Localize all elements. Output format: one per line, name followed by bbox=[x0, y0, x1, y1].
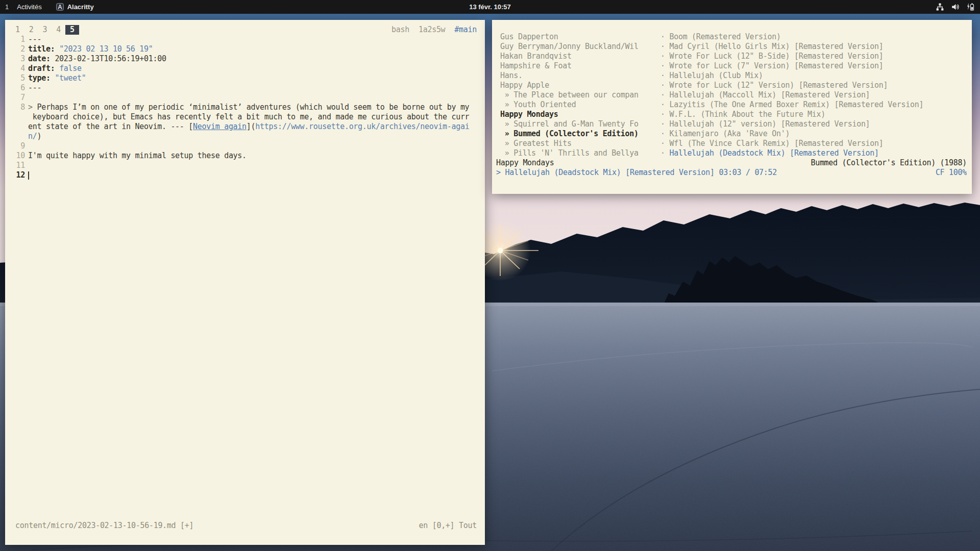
song-cell[interactable]: · Wrote for Luck (7" Version) [Remastere… bbox=[660, 61, 967, 71]
line-number bbox=[5, 122, 28, 132]
system-status-area[interactable] bbox=[936, 0, 975, 14]
song-cell[interactable]: · Wrote For Luck (12" B-Side) [Remastere… bbox=[660, 52, 967, 61]
library-row[interactable]: Happy Mondays· W.F.L. (Think About the F… bbox=[500, 110, 967, 119]
editor-line[interactable]: 10I'm quite happy with my minimal setup … bbox=[5, 151, 485, 161]
song-bullet: · bbox=[660, 42, 669, 51]
song-title: Wfl (The Vince Clark Remix) [Remastered … bbox=[669, 139, 883, 148]
editor-line[interactable]: 7 bbox=[5, 93, 485, 103]
line-number: 12 bbox=[5, 170, 28, 180]
artist-cell[interactable]: » Bummed (Collector's Edition) bbox=[500, 129, 660, 139]
song-bullet: · bbox=[660, 110, 669, 119]
text-segment: https://www.rousette.org.uk/archives/neo… bbox=[255, 122, 469, 131]
library-row[interactable]: » Pills 'N' Thrills and Bellya· Halleluj… bbox=[500, 148, 967, 158]
vim-file-path: content/micro/2023-02-13-10-56-19.md [+] bbox=[15, 521, 193, 531]
song-cell[interactable]: · Wrote for Luck (12" Version) [Remaster… bbox=[660, 81, 967, 90]
artist-cell[interactable]: » Squirrel and G-Man Twenty Fo bbox=[500, 119, 660, 129]
player-album-row: Happy Mondays Bummed (Collector's Editio… bbox=[496, 158, 967, 168]
editor-line[interactable]: 9 bbox=[5, 141, 485, 151]
text-segment: I'm quite happy with my minimal setup th… bbox=[28, 151, 247, 160]
tmux-command: bash bbox=[391, 25, 409, 34]
music-library-list: Gus Dapperton· Boom (Remastered Version)… bbox=[492, 20, 972, 158]
artist-cell[interactable]: Hakan Brandqvist bbox=[500, 52, 660, 61]
editor-line[interactable]: 3date: 2023-02-13T10:56:19+01:00 bbox=[5, 54, 485, 64]
editor-line[interactable]: 4draft: false bbox=[5, 64, 485, 73]
tmux-tab-2[interactable]: 2 bbox=[24, 25, 38, 35]
line-number: 7 bbox=[5, 93, 28, 103]
tmux-session-id: 1a2s5w bbox=[419, 25, 445, 34]
song-cell[interactable]: · Mad Cyril (Hello Girls Mix) [Remastere… bbox=[660, 42, 967, 52]
editor-line[interactable]: ent state of the art in Neovim. --- [Neo… bbox=[5, 122, 485, 132]
line-number: 10 bbox=[5, 151, 28, 161]
tmux-tab-1[interactable]: 1 bbox=[11, 25, 24, 35]
artist-cell[interactable]: » The Place between our compan bbox=[500, 90, 660, 100]
artist-cell[interactable]: Happy Mondays bbox=[500, 110, 660, 119]
artist-cell[interactable]: Guy Berryman/Jonny Buckland/Wil bbox=[500, 42, 660, 52]
song-bullet: · bbox=[660, 61, 669, 70]
tmux-tab-4[interactable]: 4 bbox=[52, 25, 65, 35]
tmux-tab-5[interactable]: 5 bbox=[65, 25, 79, 35]
editor-line[interactable]: n/) bbox=[5, 132, 485, 141]
text-segment: ]( bbox=[247, 122, 255, 131]
song-cell[interactable]: · Hallelujah (12" version) [Remastered V… bbox=[660, 119, 967, 129]
editor-line[interactable]: 11 bbox=[5, 161, 485, 170]
song-cell[interactable]: · W.F.L. (Think About the Future Mix) bbox=[660, 110, 967, 119]
song-title: Hallelujah (Maccoll Mix) [Remastered Ver… bbox=[669, 90, 870, 99]
line-number bbox=[5, 112, 28, 122]
editor-line[interactable]: 12 bbox=[5, 170, 485, 180]
neovim-again-link[interactable]: Neovim again bbox=[193, 122, 247, 131]
artist-cell[interactable]: » Greatest Hits bbox=[500, 139, 660, 148]
song-cell[interactable]: · Hallelujah (Club Mix) bbox=[660, 71, 967, 81]
text-segment bbox=[55, 44, 59, 54]
editor-line[interactable]: keyboard choice), but Emacs has recently… bbox=[5, 112, 485, 122]
line-text: --- bbox=[28, 35, 41, 44]
song-bullet: · bbox=[660, 52, 669, 61]
song-bullet: · bbox=[660, 129, 669, 138]
player-mode-flags: CF 100% bbox=[936, 168, 967, 178]
git-branch-label: #main bbox=[454, 25, 477, 34]
battery-charging-icon bbox=[966, 3, 975, 11]
line-number: 1 bbox=[5, 35, 28, 44]
artist-cell[interactable]: Hans. bbox=[500, 71, 660, 81]
text-segment: "tweet" bbox=[55, 73, 86, 83]
library-row[interactable]: » Greatest Hits· Wfl (The Vince Clark Re… bbox=[500, 139, 967, 148]
artist-cell[interactable]: Hampshire & Foat bbox=[500, 61, 660, 71]
tmux-tab-3[interactable]: 3 bbox=[38, 25, 52, 35]
vim-status-line: content/micro/2023-02-13-10-56-19.md [+]… bbox=[15, 521, 477, 531]
song-cell[interactable]: · Lazyitis (The One Armed Boxer Remix) [… bbox=[660, 100, 967, 110]
library-row[interactable]: » Youth Oriented· Lazyitis (The One Arme… bbox=[500, 100, 967, 110]
line-text: type: "tweet" bbox=[28, 73, 86, 83]
terminal-window-editor: 12345 bash1a2s5w#main 1---2title: "2023 … bbox=[5, 20, 485, 545]
editor-line[interactable]: 6--- bbox=[5, 83, 485, 93]
artist-cell[interactable]: Happy Apple bbox=[500, 81, 660, 90]
library-row[interactable]: » The Place between our compan· Halleluj… bbox=[500, 90, 967, 100]
song-cell[interactable]: · Wfl (The Vince Clark Remix) [Remastere… bbox=[660, 139, 967, 148]
editor-line[interactable]: 5type: "tweet" bbox=[5, 73, 485, 83]
song-title: W.F.L. (Think About the Future Mix) bbox=[669, 110, 825, 119]
library-row[interactable]: Gus Dapperton· Boom (Remastered Version) bbox=[500, 32, 967, 42]
volume-icon bbox=[951, 3, 960, 11]
library-row[interactable]: Hakan Brandqvist· Wrote For Luck (12" B-… bbox=[500, 52, 967, 61]
library-row[interactable]: » Bummed (Collector's Edition)· Kilamenj… bbox=[500, 129, 967, 139]
library-row[interactable]: Hans.· Hallelujah (Club Mix) bbox=[500, 71, 967, 81]
line-text: --- bbox=[28, 83, 41, 93]
library-row[interactable]: Happy Apple· Wrote for Luck (12" Version… bbox=[500, 81, 967, 90]
text-segment: n/ bbox=[28, 132, 37, 141]
library-row[interactable]: Guy Berryman/Jonny Buckland/Wil· Mad Cyr… bbox=[500, 42, 967, 52]
song-cell[interactable]: · Kilamenjaro (Aka 'Rave On') bbox=[660, 129, 967, 139]
line-text: title: "2023 02 13 10 56 19" bbox=[28, 44, 153, 54]
artist-cell[interactable]: Gus Dapperton bbox=[500, 32, 660, 42]
line-text: n/) bbox=[28, 132, 41, 141]
song-cell[interactable]: · Hallelujah (Maccoll Mix) [Remastered V… bbox=[660, 90, 967, 100]
library-row[interactable]: » Squirrel and G-Man Twenty Fo· Halleluj… bbox=[500, 119, 967, 129]
song-cell[interactable]: · Hallelujah (Deadstock Mix) [Remastered… bbox=[660, 148, 967, 158]
text-segment: title: bbox=[28, 44, 55, 54]
clock-button[interactable]: 13 févr. 10:57 bbox=[0, 3, 980, 11]
song-cell[interactable]: · Boom (Remastered Version) bbox=[660, 32, 967, 42]
artist-cell[interactable]: » Youth Oriented bbox=[500, 100, 660, 110]
artist-cell[interactable]: » Pills 'N' Thrills and Bellya bbox=[500, 148, 660, 158]
library-row[interactable]: Hampshire & Foat· Wrote for Luck (7" Ver… bbox=[500, 61, 967, 71]
editor-line[interactable]: 1--- bbox=[5, 35, 485, 44]
text-segment: --- bbox=[28, 35, 41, 44]
editor-line[interactable]: 8> Perhaps I’m on one of my periodic ‘mi… bbox=[5, 103, 485, 112]
editor-line[interactable]: 2title: "2023 02 13 10 56 19" bbox=[5, 44, 485, 54]
